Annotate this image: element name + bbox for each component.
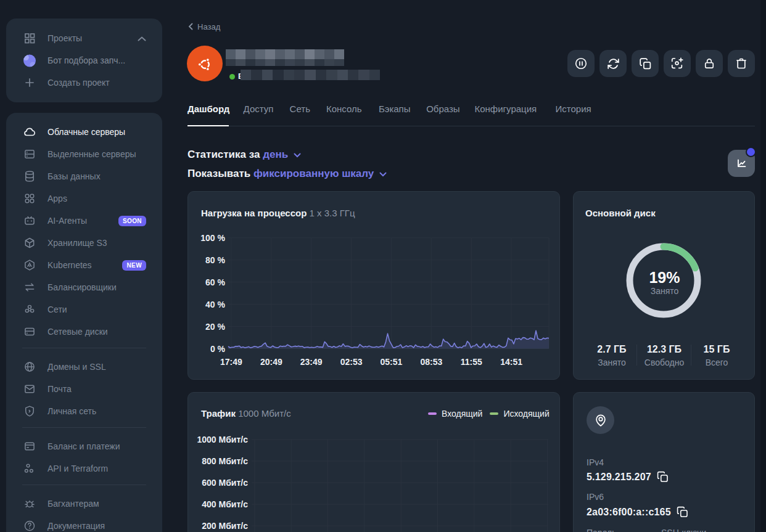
svg-text:05:51: 05:51 <box>380 357 402 367</box>
svg-text:20 %: 20 % <box>205 322 225 332</box>
svg-text:200 Мбит/с: 200 Мбит/с <box>202 521 248 531</box>
svg-text:17:49: 17:49 <box>220 357 242 367</box>
svg-text:400 Мбит/с: 400 Мбит/с <box>202 499 248 509</box>
svg-text:600 Мбит/с: 600 Мбит/с <box>202 478 248 488</box>
svg-text:0 %: 0 % <box>210 344 226 354</box>
svg-text:23:49: 23:49 <box>300 357 323 367</box>
svg-text:20:49: 20:49 <box>260 357 282 367</box>
svg-text:11:55: 11:55 <box>461 357 482 367</box>
svg-text:100 %: 100 % <box>200 233 225 243</box>
svg-text:40 %: 40 % <box>205 300 225 309</box>
svg-text:08:53: 08:53 <box>420 357 442 367</box>
svg-text:1000 Мбит/с: 1000 Мбит/с <box>197 435 249 444</box>
svg-text:14:51: 14:51 <box>500 357 522 367</box>
svg-text:800 Мбит/с: 800 Мбит/с <box>202 456 248 466</box>
svg-text:60 %: 60 % <box>205 277 225 287</box>
svg-text:80 %: 80 % <box>205 255 225 265</box>
svg-text:02:53: 02:53 <box>340 357 363 367</box>
